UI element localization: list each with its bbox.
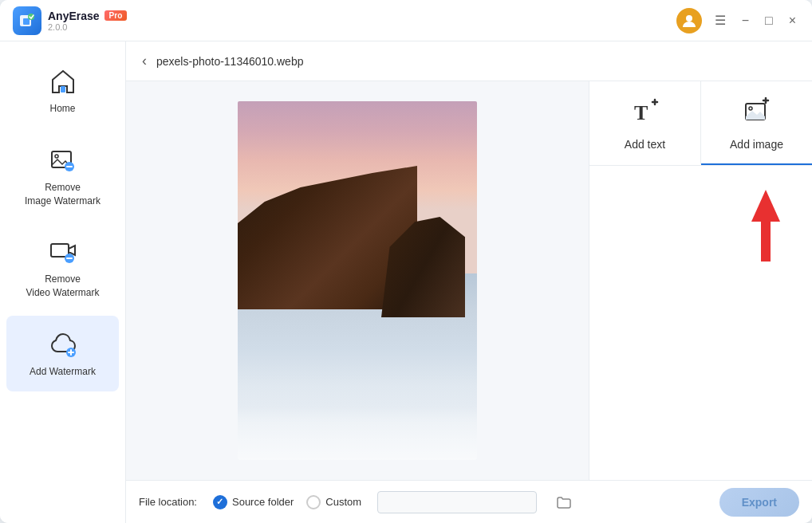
radio-group: Source folder Custom: [213, 495, 361, 509]
title-bar: AnyErase Pro 2.0.0 ☰ − □ ×: [0, 0, 812, 41]
sidebar-item-remove-video-label: RemoveVideo Watermark: [26, 273, 99, 300]
maximize-button[interactable]: □: [762, 10, 776, 31]
tab-add-text[interactable]: T Add text: [589, 81, 701, 165]
source-folder-label: Source folder: [232, 496, 294, 508]
sidebar-item-home-label: Home: [49, 102, 75, 116]
svg-rect-4: [61, 86, 65, 92]
bottom-bar: File location: Source folder Custom: [126, 480, 812, 523]
source-folder-option[interactable]: Source folder: [213, 495, 294, 509]
rocks-layer: [238, 166, 477, 309]
pro-badge: Pro: [104, 10, 128, 21]
add-image-icon: [743, 97, 771, 132]
sidebar-item-remove-image-label: RemoveImage Watermark: [25, 181, 101, 208]
remove-image-watermark-icon: [47, 144, 79, 176]
breadcrumb-filename: pexels-photo-11346010.webp: [156, 55, 303, 68]
source-folder-radio[interactable]: [213, 495, 227, 509]
breadcrumb-bar: ‹ pexels-photo-11346010.webp: [126, 41, 812, 81]
custom-label: Custom: [325, 496, 361, 508]
app-window: AnyErase Pro 2.0.0 ☰ − □ ×: [0, 0, 812, 523]
add-watermark-icon: [47, 328, 79, 360]
sea-foam: [238, 407, 477, 461]
tab-add-text-label: Add text: [625, 138, 665, 151]
right-panel: T Add text: [589, 81, 812, 480]
workspace: T Add text: [126, 81, 812, 480]
app-name: AnyErase Pro: [48, 10, 127, 22]
menu-button[interactable]: ☰: [711, 10, 729, 31]
sidebar: Home RemoveImage Watermark: [0, 41, 126, 523]
title-bar-controls: ☰ − □ ×: [676, 8, 799, 33]
sidebar-item-home[interactable]: Home: [6, 53, 119, 128]
red-arrow-head: [751, 190, 780, 222]
svg-point-13: [749, 107, 752, 110]
content-area: ‹ pexels-photo-11346010.webp: [126, 41, 812, 523]
browse-folder-button[interactable]: [553, 491, 575, 513]
back-button[interactable]: ‹: [139, 49, 150, 73]
custom-radio[interactable]: [306, 495, 321, 509]
red-arrow-shaft: [761, 222, 771, 262]
tab-add-image-label: Add image: [730, 138, 783, 151]
panel-content: [589, 166, 812, 480]
panel-tabs: T Add text: [589, 81, 812, 166]
image-area: [126, 81, 589, 480]
main-layout: Home RemoveImage Watermark: [0, 41, 812, 523]
svg-text:T: T: [634, 101, 648, 124]
minimize-button[interactable]: −: [739, 10, 752, 31]
svg-point-3: [686, 15, 692, 22]
tab-add-image[interactable]: Add image: [701, 81, 812, 165]
remove-video-watermark-icon: [47, 236, 79, 268]
svg-point-6: [55, 155, 58, 158]
sidebar-item-add-watermark-label: Add Watermark: [30, 365, 96, 379]
export-button[interactable]: Export: [719, 488, 799, 517]
custom-path-input[interactable]: [377, 491, 537, 513]
image-preview: [238, 101, 477, 460]
home-icon: [47, 65, 79, 97]
avatar-button[interactable]: [676, 8, 702, 33]
close-button[interactable]: ×: [786, 10, 799, 31]
sidebar-item-remove-video-watermark[interactable]: RemoveVideo Watermark: [6, 223, 119, 313]
svg-rect-1: [23, 18, 30, 25]
app-version: 2.0.0: [48, 22, 127, 32]
custom-option[interactable]: Custom: [306, 495, 361, 509]
file-location-label: File location:: [139, 496, 197, 508]
sidebar-item-add-watermark[interactable]: Add Watermark: [6, 316, 119, 391]
sidebar-item-remove-image-watermark[interactable]: RemoveImage Watermark: [6, 132, 119, 221]
add-text-icon: T: [631, 97, 660, 132]
app-logo: [13, 6, 41, 35]
app-name-text: AnyErase: [48, 10, 100, 22]
svg-rect-8: [51, 244, 69, 257]
arrow-annotation: [751, 190, 780, 262]
app-name-group: AnyErase Pro 2.0.0: [48, 10, 127, 32]
image-preview-wrapper: [142, 97, 573, 464]
